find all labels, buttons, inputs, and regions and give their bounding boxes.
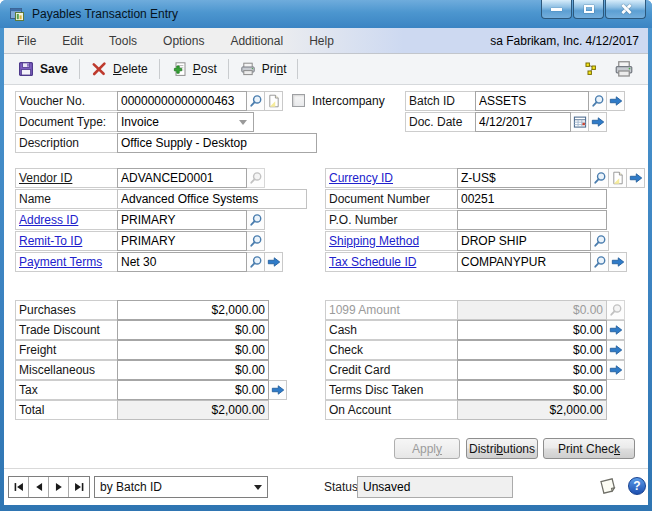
note-icon xyxy=(598,476,618,496)
maximize-icon xyxy=(584,5,594,13)
menu-additional[interactable]: Additional xyxy=(217,28,296,53)
tax-goto-button[interactable] xyxy=(269,380,287,400)
currency-id-note-button[interactable] xyxy=(609,168,627,188)
credit-card-input[interactable] xyxy=(457,360,607,380)
window-controls xyxy=(540,0,646,19)
title-bar[interactable]: Payables Transaction Entry xyxy=(0,0,652,28)
po-number-input[interactable] xyxy=(457,210,607,230)
check-goto-button[interactable] xyxy=(607,340,625,360)
tax-schedule-id-lookup-button[interactable] xyxy=(591,252,609,272)
print-setup-button[interactable] xyxy=(612,57,636,81)
currency-id-input[interactable] xyxy=(457,168,591,188)
payment-terms-link[interactable]: Payment Terms xyxy=(15,252,118,272)
doc-date-calendar-button[interactable] xyxy=(571,112,589,132)
help-button[interactable]: ? xyxy=(628,477,646,495)
magnifier-icon xyxy=(591,94,605,108)
remit-to-id-lookup-button[interactable] xyxy=(247,231,265,251)
payment-terms-goto-button[interactable] xyxy=(265,252,283,272)
doc-date-goto-button[interactable] xyxy=(589,112,607,132)
menu-options[interactable]: Options xyxy=(150,28,217,53)
print-button[interactable]: Print xyxy=(232,59,295,79)
tax-schedule-id-input[interactable] xyxy=(457,252,591,272)
maximize-button[interactable] xyxy=(573,0,604,19)
voucher-input[interactable] xyxy=(117,91,247,111)
record-navigation xyxy=(8,476,90,498)
voucher-note-button[interactable] xyxy=(265,91,283,111)
note-paper-icon xyxy=(267,94,281,108)
menu-file[interactable]: File xyxy=(4,28,49,53)
minimize-button[interactable] xyxy=(541,0,572,19)
cash-goto-button[interactable] xyxy=(607,320,625,340)
cash-input[interactable] xyxy=(457,320,607,340)
intercompany-checkbox[interactable] xyxy=(292,94,305,107)
shipping-method-input[interactable] xyxy=(457,231,591,251)
batch-id-goto-button[interactable] xyxy=(607,91,625,111)
menu-edit[interactable]: Edit xyxy=(49,28,96,53)
link-nodes-button[interactable] xyxy=(582,59,602,79)
doc-date-input[interactable] xyxy=(475,112,571,132)
floppy-disk-icon xyxy=(18,61,34,77)
tax-schedule-id-goto-button[interactable] xyxy=(609,252,627,272)
purchases-input[interactable] xyxy=(117,300,269,320)
currency-id-lookup-button[interactable] xyxy=(591,168,609,188)
record-first-button[interactable] xyxy=(9,477,29,497)
vendor-name-field xyxy=(117,189,307,209)
check-label: Check xyxy=(325,340,458,360)
intercompany-label: Intercompany xyxy=(312,91,385,111)
goto-arrow-icon xyxy=(591,115,605,129)
save-button[interactable]: Save xyxy=(10,59,76,79)
tax-input[interactable] xyxy=(117,380,269,400)
terms-disc-taken-input[interactable] xyxy=(457,380,607,400)
document-number-input[interactable] xyxy=(457,189,607,209)
apply-button[interactable]: Apply xyxy=(394,438,460,459)
session-info: sa Fabrikam, Inc. 4/12/2017 xyxy=(490,34,648,48)
batch-id-lookup-button[interactable] xyxy=(589,91,607,111)
remit-to-id-input[interactable] xyxy=(117,231,247,251)
vendor-id-lookup-button-disabled xyxy=(247,168,265,188)
currency-id-goto-button[interactable] xyxy=(627,168,645,188)
printer-icon xyxy=(240,61,256,77)
payment-terms-lookup-button[interactable] xyxy=(247,252,265,272)
trade-discount-input[interactable] xyxy=(117,320,269,340)
record-last-button[interactable] xyxy=(69,477,89,497)
check-input[interactable] xyxy=(457,340,607,360)
voucher-lookup-button[interactable] xyxy=(247,91,265,111)
post-button[interactable]: Post xyxy=(163,59,225,79)
address-id-link[interactable]: Address ID xyxy=(15,210,118,230)
vendor-id-input[interactable] xyxy=(117,168,247,188)
freight-input[interactable] xyxy=(117,340,269,360)
shipping-method-link[interactable]: Shipping Method xyxy=(325,231,458,251)
record-note-button[interactable] xyxy=(598,475,620,497)
miscellaneous-label: Miscellaneous xyxy=(15,360,118,380)
amount-1099-field xyxy=(457,300,607,320)
payment-terms-input[interactable] xyxy=(117,252,247,272)
credit-card-goto-button[interactable] xyxy=(607,360,625,380)
red-x-icon xyxy=(91,61,107,77)
document-type-select[interactable]: Invoice xyxy=(117,112,254,132)
browse-by-select[interactable]: by Batch ID xyxy=(94,476,268,498)
close-button[interactable] xyxy=(605,0,646,19)
delete-button[interactable]: Delete xyxy=(83,59,156,79)
goto-arrow-icon xyxy=(609,94,623,108)
address-id-lookup-button[interactable] xyxy=(247,210,265,230)
record-prev-button[interactable] xyxy=(29,477,49,497)
toolbar-separator xyxy=(297,59,298,79)
miscellaneous-input[interactable] xyxy=(117,360,269,380)
remit-to-id-link[interactable]: Remit-To ID xyxy=(15,231,118,251)
document-type-label: Document Type: xyxy=(15,112,118,132)
distributions-button[interactable]: Distributions xyxy=(466,438,538,459)
vendor-id-link[interactable]: Vendor ID xyxy=(15,168,118,188)
address-id-input[interactable] xyxy=(117,210,247,230)
record-next-button[interactable] xyxy=(49,477,69,497)
tax-schedule-id-link[interactable]: Tax Schedule ID xyxy=(325,252,458,272)
menu-tools[interactable]: Tools xyxy=(96,28,150,53)
shipping-method-lookup-button[interactable] xyxy=(591,231,609,251)
print-check-button[interactable]: Print Check xyxy=(543,438,635,459)
menu-help[interactable]: Help xyxy=(296,28,347,53)
currency-id-link[interactable]: Currency ID xyxy=(325,168,458,188)
goto-arrow-icon xyxy=(609,323,623,337)
batch-id-input[interactable] xyxy=(475,91,589,111)
description-input[interactable] xyxy=(117,133,317,153)
close-icon xyxy=(620,3,632,15)
purchases-label: Purchases xyxy=(15,300,118,320)
